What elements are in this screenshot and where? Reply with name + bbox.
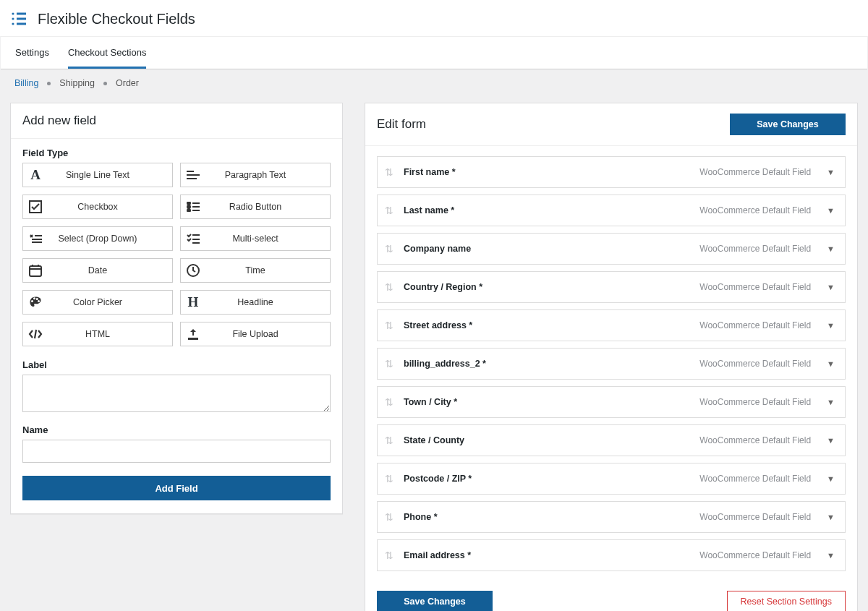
- drag-handle-icon[interactable]: ⇅: [385, 435, 393, 446]
- field-row-meta: WooCommerce Default Field: [699, 512, 811, 522]
- type-multi-select[interactable]: Multi-select: [180, 226, 331, 251]
- dot-separator: [47, 82, 51, 85]
- field-row[interactable]: ⇅Town / City *WooCommerce Default Field▼: [377, 386, 846, 418]
- chevron-down-icon[interactable]: ▼: [827, 168, 835, 176]
- type-label: Select (Drop Down): [48, 234, 172, 244]
- save-changes-top-button[interactable]: Save Changes: [730, 114, 846, 135]
- dot-separator: [103, 82, 107, 85]
- field-row-label: billing_address_2 *: [404, 359, 486, 369]
- svg-point-2: [12, 22, 14, 25]
- calendar-icon: [23, 259, 48, 282]
- chevron-down-icon[interactable]: ▼: [827, 551, 835, 560]
- add-field-title: Add new field: [22, 114, 96, 128]
- svg-point-10: [187, 202, 190, 205]
- drag-handle-icon[interactable]: ⇅: [385, 358, 393, 369]
- checkbox-icon: [23, 195, 48, 218]
- type-color-picker[interactable]: Color Picker: [22, 290, 173, 315]
- type-label: Checkbox: [48, 202, 172, 212]
- field-row-label: Phone *: [404, 512, 438, 522]
- field-row-meta: WooCommerce Default Field: [699, 205, 811, 215]
- type-label: Single Line Text: [48, 170, 172, 180]
- field-list: ⇅First name *WooCommerce Default Field▼⇅…: [365, 146, 857, 581]
- chevron-down-icon[interactable]: ▼: [827, 321, 835, 330]
- type-label: Headline: [205, 297, 330, 307]
- chevron-down-icon[interactable]: ▼: [827, 474, 835, 483]
- type-label: Date: [48, 265, 172, 275]
- field-row[interactable]: ⇅billing_address_2 *WooCommerce Default …: [377, 348, 846, 380]
- drag-handle-icon[interactable]: ⇅: [385, 511, 393, 523]
- field-row-meta: WooCommerce Default Field: [699, 435, 811, 445]
- type-time[interactable]: Time: [180, 258, 331, 283]
- svg-point-0: [12, 12, 14, 14]
- drag-handle-icon[interactable]: ⇅: [385, 281, 393, 293]
- code-icon: [23, 322, 48, 346]
- heading-icon: H: [181, 291, 205, 314]
- reset-section-button[interactable]: Reset Section Settings: [727, 591, 846, 611]
- field-row[interactable]: ⇅Postcode / ZIP *WooCommerce Default Fie…: [377, 463, 846, 495]
- paragraph-icon: [181, 163, 205, 187]
- type-single-line-text[interactable]: A Single Line Text: [22, 163, 173, 187]
- chevron-down-icon[interactable]: ▼: [827, 513, 835, 521]
- subnav-shipping[interactable]: Shipping: [59, 78, 95, 88]
- field-row-meta: WooCommerce Default Field: [699, 550, 811, 560]
- multiselect-icon: [181, 227, 205, 250]
- label-input[interactable]: [22, 375, 331, 412]
- field-row-label: Last name *: [404, 205, 454, 215]
- field-row[interactable]: ⇅Email address *WooCommerce Default Fiel…: [377, 539, 846, 571]
- field-row-label: Email address *: [404, 550, 471, 560]
- field-row-meta: WooCommerce Default Field: [699, 244, 811, 254]
- edit-form-panel: Edit form Save Changes ⇅First name *WooC…: [365, 103, 858, 611]
- type-headline[interactable]: H Headline: [180, 290, 331, 315]
- text-icon: A: [23, 163, 48, 187]
- type-select[interactable]: Select (Drop Down): [22, 226, 173, 251]
- field-row[interactable]: ⇅State / CountyWooCommerce Default Field…: [377, 424, 846, 456]
- field-row-label: State / County: [404, 435, 464, 445]
- field-row[interactable]: ⇅Last name *WooCommerce Default Field▼: [377, 195, 846, 226]
- field-row[interactable]: ⇅Phone *WooCommerce Default Field▼: [377, 501, 846, 533]
- chevron-down-icon[interactable]: ▼: [827, 283, 835, 291]
- drag-handle-icon[interactable]: ⇅: [385, 550, 393, 561]
- field-type-grid: A Single Line Text Paragraph Text Checkb…: [22, 163, 331, 346]
- select-icon: [23, 227, 48, 250]
- type-label: Radio Button: [205, 202, 330, 212]
- tab-settings[interactable]: Settings: [15, 37, 49, 69]
- type-file-upload[interactable]: File Upload: [180, 322, 331, 346]
- field-row[interactable]: ⇅Street address *WooCommerce Default Fie…: [377, 309, 846, 341]
- drag-handle-icon[interactable]: ⇅: [385, 473, 393, 484]
- chevron-down-icon[interactable]: ▼: [827, 206, 835, 215]
- page-title: Flexible Checkout Fields: [38, 11, 195, 27]
- field-row-meta: WooCommerce Default Field: [699, 397, 811, 407]
- add-field-button[interactable]: Add Field: [22, 476, 331, 500]
- field-row-label: Postcode / ZIP *: [404, 474, 472, 484]
- field-row[interactable]: ⇅First name *WooCommerce Default Field▼: [377, 156, 846, 188]
- palette-icon: [23, 291, 48, 314]
- type-date[interactable]: Date: [22, 258, 173, 283]
- drag-handle-icon[interactable]: ⇅: [385, 166, 393, 178]
- chevron-down-icon[interactable]: ▼: [827, 244, 835, 253]
- name-input[interactable]: [22, 440, 331, 463]
- save-changes-bottom-button[interactable]: Save Changes: [377, 591, 493, 611]
- field-row[interactable]: ⇅Company nameWooCommerce Default Field▼: [377, 233, 846, 265]
- drag-handle-icon[interactable]: ⇅: [385, 243, 393, 255]
- drag-handle-icon[interactable]: ⇅: [385, 205, 393, 216]
- svg-point-12: [187, 205, 190, 208]
- subnav-order[interactable]: Order: [116, 78, 139, 88]
- radio-icon: [181, 195, 205, 218]
- type-checkbox[interactable]: Checkbox: [22, 195, 173, 219]
- field-row-label: Company name: [404, 244, 471, 254]
- field-row-meta: WooCommerce Default Field: [699, 167, 811, 177]
- subnav-billing[interactable]: Billing: [14, 78, 38, 88]
- drag-handle-icon[interactable]: ⇅: [385, 320, 393, 331]
- drag-handle-icon[interactable]: ⇅: [385, 396, 393, 408]
- svg-point-1: [12, 17, 14, 20]
- chevron-down-icon[interactable]: ▼: [827, 359, 835, 368]
- tab-checkout-sections[interactable]: Checkout Sections: [68, 37, 146, 69]
- tab-bar: Settings Checkout Sections: [1, 36, 867, 69]
- type-paragraph-text[interactable]: Paragraph Text: [180, 163, 331, 187]
- chevron-down-icon[interactable]: ▼: [827, 398, 835, 406]
- chevron-down-icon[interactable]: ▼: [827, 436, 835, 445]
- type-html[interactable]: HTML: [22, 322, 173, 346]
- field-row[interactable]: ⇅Country / Region *WooCommerce Default F…: [377, 271, 846, 303]
- field-row-label: Town / City *: [404, 397, 457, 407]
- type-radio-button[interactable]: Radio Button: [180, 195, 331, 219]
